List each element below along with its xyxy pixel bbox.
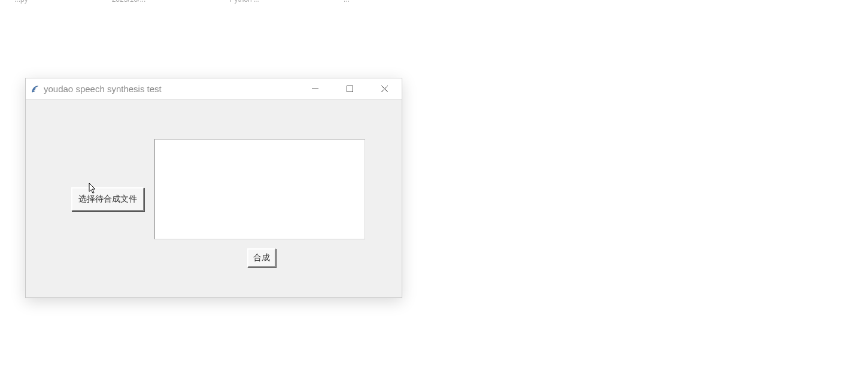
synthesis-text-input[interactable] <box>154 139 365 239</box>
window-title: youdao speech synthesis test <box>44 84 298 94</box>
svg-rect-1 <box>347 86 353 92</box>
close-button[interactable] <box>367 78 402 99</box>
bg-col-type: Python ... <box>229 0 260 4</box>
select-file-button[interactable]: 选择待合成文件 <box>71 187 144 211</box>
bg-col-name: ...py <box>14 0 28 4</box>
client-area: 选择待合成文件 合成 <box>26 100 402 297</box>
bg-col-date: 2023/10/... <box>112 0 146 4</box>
maximize-button[interactable] <box>332 78 367 99</box>
feather-icon <box>31 84 40 94</box>
titlebar[interactable]: youdao speech synthesis test <box>26 78 402 100</box>
window-controls <box>298 78 402 99</box>
explorer-background-row: ...py 2023/10/... Python ... ... <box>0 0 868 4</box>
app-window: youdao speech synthesis test 选择待合成文件 合成 <box>25 78 402 298</box>
minimize-button[interactable] <box>298 78 332 99</box>
synthesize-button[interactable]: 合成 <box>247 248 276 267</box>
bg-col-size: ... <box>344 0 350 4</box>
